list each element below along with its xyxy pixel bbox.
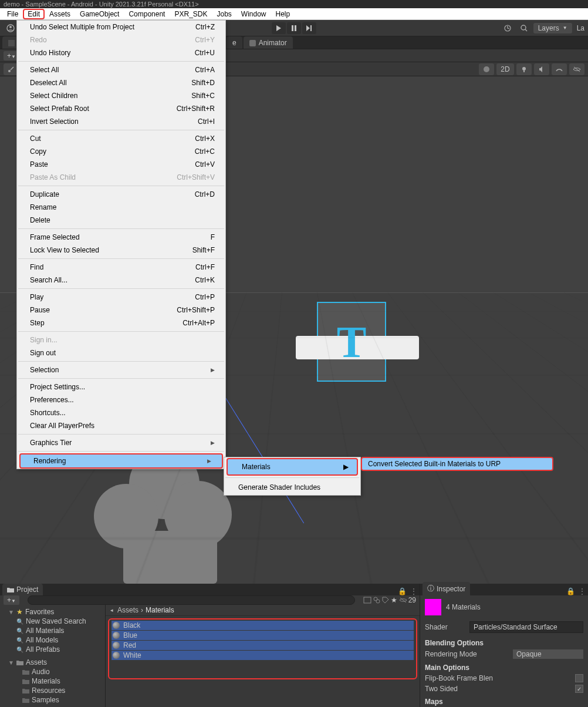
lock-icon[interactable]: 🔒 bbox=[566, 587, 575, 595]
menu-item[interactable]: Frame SelectedF bbox=[17, 231, 225, 244]
menu-item[interactable]: FindCtrl+F bbox=[17, 261, 225, 274]
pause-button[interactable] bbox=[287, 22, 301, 34]
project-search-input[interactable] bbox=[28, 595, 355, 605]
menubar: File Edit Assets GameObject Component PX… bbox=[0, 8, 588, 20]
2d-toggle[interactable]: 2D bbox=[496, 63, 514, 75]
menu-item[interactable]: PasteCtrl+V bbox=[17, 158, 225, 171]
animator-icon bbox=[249, 40, 256, 46]
menu-item[interactable]: PlayCtrl+P bbox=[17, 291, 225, 304]
hidden-icon[interactable] bbox=[569, 63, 584, 75]
menu-item[interactable]: Deselect AllShift+D bbox=[17, 76, 225, 89]
favorites-header[interactable]: ▼★Favorites bbox=[0, 607, 105, 617]
fx-icon[interactable] bbox=[552, 63, 567, 75]
account-icon[interactable] bbox=[4, 22, 18, 34]
menu-item[interactable]: Shortcuts... bbox=[17, 406, 225, 419]
menu-item[interactable]: Select AllCtrl+A bbox=[17, 63, 225, 76]
filter-type-icon[interactable] bbox=[373, 597, 380, 604]
menu-item[interactable]: StepCtrl+Alt+P bbox=[17, 317, 225, 329]
fav-all-materials[interactable]: 🔍All Materials bbox=[0, 626, 105, 635]
menu-pxrsdk[interactable]: PXR_SDK bbox=[170, 9, 212, 19]
breadcrumb: ◂ Assets › Materials bbox=[106, 605, 420, 616]
add-asset-button[interactable]: +▼ bbox=[4, 595, 19, 605]
menu-window[interactable]: Window bbox=[236, 9, 271, 19]
menu-item[interactable]: DuplicateCtrl+D bbox=[17, 188, 225, 201]
menu-item[interactable]: Sign out bbox=[17, 346, 225, 359]
tab-inspector[interactable]: ⓘ Inspector bbox=[423, 582, 470, 595]
edit-menu: Undo Select Multiple from ProjectCtrl+ZR… bbox=[16, 20, 226, 469]
lighting-icon[interactable] bbox=[516, 63, 532, 75]
menu-item[interactable]: PauseCtrl+Shift+P bbox=[17, 304, 225, 317]
menu-component[interactable]: Component bbox=[124, 9, 170, 19]
menu-help[interactable]: Help bbox=[271, 9, 295, 19]
menu-file[interactable]: File bbox=[2, 9, 23, 19]
search-icon[interactable] bbox=[517, 22, 531, 34]
lock-icon[interactable]: 🔒 bbox=[398, 587, 407, 595]
urp-convert-item[interactable]: Convert Selected Built-in Materials to U… bbox=[361, 457, 553, 471]
menu-item[interactable]: Lock View to SelectedShift+F bbox=[17, 244, 225, 257]
folder-resources[interactable]: Resources bbox=[0, 686, 105, 695]
fav-saved-search[interactable]: 🔍New Saved Search bbox=[0, 617, 105, 626]
menu-item[interactable]: CopyCtrl+C bbox=[17, 145, 225, 158]
menu-item[interactable]: Select Prefab RootCtrl+Shift+R bbox=[17, 102, 225, 115]
menu-item[interactable]: Rename bbox=[17, 201, 225, 214]
folder-icon bbox=[7, 587, 14, 592]
menu-item[interactable]: Undo HistoryCtrl+U bbox=[17, 46, 225, 59]
assets-header[interactable]: ▼Assets bbox=[0, 658, 105, 667]
folder-samples[interactable]: Samples bbox=[0, 695, 105, 705]
scene-object[interactable]: T bbox=[317, 302, 386, 382]
material-black[interactable]: Black bbox=[111, 621, 414, 630]
audio-icon[interactable] bbox=[534, 63, 549, 75]
menu-item[interactable]: Clear All PlayerPrefs bbox=[17, 419, 225, 432]
fav-all-prefabs[interactable]: 🔍All Prefabs bbox=[0, 645, 105, 654]
flipbook-checkbox[interactable] bbox=[575, 674, 583, 682]
folder-audio[interactable]: Audio bbox=[0, 667, 105, 676]
menu-edit[interactable]: Edit bbox=[23, 9, 45, 19]
play-button[interactable] bbox=[272, 22, 286, 34]
search-scope-icon[interactable] bbox=[363, 597, 371, 604]
tab-project[interactable]: Project bbox=[2, 584, 43, 595]
menu-item[interactable]: Search All...Ctrl+K bbox=[17, 274, 225, 287]
shading-dropdown-icon[interactable] bbox=[479, 63, 494, 75]
svg-point-14 bbox=[376, 600, 380, 603]
material-white[interactable]: White bbox=[111, 651, 414, 660]
menu-jobs[interactable]: Jobs bbox=[212, 9, 236, 19]
menu-item[interactable]: Paste As ChildCtrl+Shift+V bbox=[17, 171, 225, 184]
material-blue[interactable]: Blue bbox=[111, 631, 414, 640]
rendering-mode-dropdown[interactable]: Opaque bbox=[513, 649, 583, 659]
menu-item[interactable]: Select ChildrenShift+C bbox=[17, 89, 225, 102]
menu-item[interactable]: Selection▶ bbox=[17, 363, 225, 376]
twosided-checkbox[interactable]: ✓ bbox=[575, 685, 583, 693]
undo-history-icon[interactable] bbox=[501, 22, 515, 34]
favorite-icon[interactable]: ★ bbox=[391, 596, 397, 604]
menu-item[interactable]: Graphics Tier▶ bbox=[17, 436, 225, 449]
layers-dropdown[interactable]: Layers▼ bbox=[533, 23, 572, 33]
folder-icon bbox=[16, 659, 23, 665]
menu-assets[interactable]: Assets bbox=[45, 9, 75, 19]
menu-item[interactable]: RedoCtrl+Y bbox=[17, 33, 225, 46]
shader-dropdown[interactable]: Particles/Standard Surface bbox=[469, 621, 583, 633]
tab-animator[interactable]: Animator bbox=[244, 36, 293, 49]
twosided-label: Two Sided bbox=[425, 685, 458, 693]
fav-all-models[interactable]: 🔍All Models bbox=[0, 635, 105, 645]
menu-item[interactable]: CutCtrl+X bbox=[17, 132, 225, 145]
menu-icon[interactable]: ⋮ bbox=[410, 587, 417, 595]
submenu-item[interactable]: Generate Shader Includes bbox=[224, 480, 360, 495]
breadcrumb-materials[interactable]: Materials bbox=[146, 606, 174, 614]
blending-section: Blending Options bbox=[420, 635, 588, 648]
menu-item[interactable]: Project Settings... bbox=[17, 381, 225, 393]
material-red[interactable]: Red bbox=[111, 641, 414, 650]
menu-item[interactable]: Undo Select Multiple from ProjectCtrl+Z bbox=[17, 21, 225, 33]
filter-label-icon[interactable] bbox=[382, 597, 389, 604]
breadcrumb-assets[interactable]: Assets bbox=[117, 606, 138, 614]
tab-label: Animator bbox=[259, 39, 287, 47]
menu-item[interactable]: Invert SelectionCtrl+I bbox=[17, 115, 225, 128]
folder-materials[interactable]: Materials bbox=[0, 676, 105, 686]
menu-item[interactable]: Rendering▶ bbox=[19, 453, 223, 469]
menu-gameobject[interactable]: GameObject bbox=[75, 9, 124, 19]
menu-item[interactable]: Delete bbox=[17, 214, 225, 227]
step-button[interactable] bbox=[302, 22, 316, 34]
menu-icon[interactable]: ⋮ bbox=[579, 587, 586, 595]
menu-item[interactable]: Preferences... bbox=[17, 393, 225, 406]
submenu-item[interactable]: Materials▶ bbox=[227, 458, 358, 476]
menu-item[interactable]: Sign in... bbox=[17, 334, 225, 346]
